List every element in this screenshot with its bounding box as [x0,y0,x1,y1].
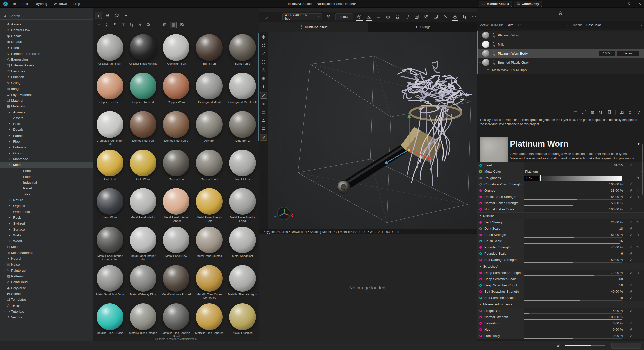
rotate-tool[interactable] [260,42,267,48]
material-item[interactable]: Burnt Iron 2 [226,33,259,71]
tree-item-meshmaterials[interactable]: ◫MeshMaterials [0,250,93,256]
caret-right-icon[interactable] [2,293,6,295]
caret-right-icon[interactable] [8,199,11,201]
property-row-brush-scale[interactable]: Brush Scale16 [477,238,644,244]
tree-item-fence[interactable]: Fence [0,168,93,173]
layer-expand-caret[interactable] [478,52,482,55]
slider-track[interactable] [524,313,622,314]
property-row-normal-flakes-strength[interactable]: Normal Flakes Strength50.00 % [477,200,644,206]
edit-pencil-icon[interactable] [630,239,633,242]
caret-right-icon[interactable] [2,47,6,49]
scale-tool[interactable] [260,51,267,57]
search-input[interactable] [9,14,85,18]
experimental-filter[interactable] [112,22,118,28]
slider-track[interactable] [524,300,622,301]
layer-mask-row-mesh-mask[interactable]: Mesh Mask100%Multiply [478,67,644,73]
material-item[interactable]: Dented Rust Iron [127,110,160,148]
tree-item-grunge[interactable]: ∿Grunge [0,80,93,86]
material-item[interactable]: Corrugated Metal Soft [226,71,259,110]
paint-roller-tool[interactable] [260,134,267,141]
tree-item-material[interactable]: ❐Material [0,98,93,103]
layer-row-platinum-worn-body[interactable]: 1Platinum Worn Body100%Default [478,49,644,58]
material-item[interactable]: Greasy Iron [160,148,193,187]
edit-pencil-icon[interactable] [630,290,633,293]
caret-right-icon[interactable] [2,35,6,37]
property-row-pounded-scale[interactable]: Pounded Scale6 [477,250,644,257]
revert-icon[interactable] [636,189,639,192]
tree-item-decals[interactable]: ◉Decals [0,33,93,39]
node-graph-button[interactable] [442,13,448,21]
slider-track[interactable] [524,294,622,294]
user-account-chip[interactable]: Manuel Kotulla [479,1,512,7]
material-item[interactable]: Air Duct Aluminium [93,33,127,71]
tree-item-scene[interactable]: ◩Scene [0,291,93,297]
edit-pencil-icon[interactable] [630,277,633,280]
property-row-metal-color[interactable]: Metal ColorPlatinum▾ [477,168,644,175]
edit-pencil-icon[interactable] [630,195,633,198]
layer-expand-caret[interactable] [478,34,482,36]
property-row-saturation[interactable]: Saturation0.00 % [477,320,644,326]
tree-item-wood[interactable]: Wood [0,238,93,244]
tree-item-panel[interactable]: Panel [0,185,93,191]
image-view-pane[interactable]: No image loaded. [259,234,477,341]
tree-item-neural[interactable]: ◔Neural [0,256,93,261]
view-3d-toggle[interactable] [356,13,363,21]
move-tool[interactable] [260,34,267,40]
caret-right-icon[interactable] [2,263,6,266]
menu-item-layering[interactable]: Layering [34,2,47,6]
slider-track[interactable] [524,187,622,187]
merge-up-button[interactable] [628,110,632,114]
material-item[interactable]: Copper Worn [160,71,193,110]
property-row-deep-scratches-scale[interactable]: Deep Scratches Scale0.00 [477,276,644,282]
menu-item-edit[interactable]: Edit [22,2,28,6]
materials-scrollbar[interactable] [258,33,259,141]
edit-pencil-icon[interactable] [630,296,633,299]
property-row-pounded-strength[interactable]: Pounded Strength44.00 % [477,244,644,250]
edit-pencil-icon[interactable] [630,245,633,249]
cone-tool[interactable] [260,117,267,123]
tree-item-noise[interactable]: ▒Noise [0,261,93,267]
property-row-soft-scratches-scale[interactable]: Soft Scratches Scale19 [477,295,644,301]
property-value[interactable]: 50.00 % [611,200,623,206]
tree-item-layermaterials[interactable]: ≋LayerMaterials [0,92,93,98]
slider-track[interactable] [524,256,622,256]
tree-item-decals[interactable]: Decals [0,127,93,133]
edit-pencil-icon[interactable] [630,201,633,204]
tab-nudelpainter[interactable]: Nudelpainter* [259,22,368,32]
frame-tool[interactable] [260,59,267,65]
link-layer-button[interactable] [582,110,586,114]
tree-item-assets[interactable]: Assets [0,115,93,121]
tree-item-nature[interactable]: Nature [0,197,93,203]
property-value[interactable]: 72.00 % [611,270,623,276]
tree-item-function[interactable]: ƒFunction [0,74,93,80]
bake-button[interactable] [414,13,420,21]
property-value[interactable]: 61655 [614,162,623,168]
gradient-marker[interactable] [540,175,541,181]
caret-down-icon[interactable] [8,164,11,166]
tree-item-organic[interactable]: Organic [0,203,93,209]
property-row-luminosity[interactable]: Luminosity0.00 % [477,333,644,339]
material-item[interactable]: Metallic Tiles Spanish Bond [160,302,193,340]
caret-right-icon[interactable] [8,152,11,154]
layer-row-platinum-worn[interactable]: 1Platinum Worn [478,31,644,40]
property-row-soft-damage-strength[interactable]: Soft Damage Strength50.00 % [477,257,644,263]
property-value[interactable]: 51.00 % [611,232,623,238]
slider-track[interactable] [524,288,622,288]
slider-track[interactable] [524,320,622,320]
tree-item-stylized[interactable]: Stylized [0,221,93,226]
slider-track[interactable] [524,332,622,332]
crop-layer-button[interactable] [574,110,578,114]
material-item[interactable]: Metal Walkway Rusted [160,264,193,302]
caret-right-icon[interactable] [8,240,11,242]
slider-track[interactable] [524,237,622,238]
footer-input-field[interactable] [611,343,641,349]
caret-right-icon[interactable] [2,310,6,313]
property-row-deep-scratches-strength[interactable]: Deep Scratches Strength72.00 % [477,270,644,276]
material-item[interactable]: Metal Panel Interior Lead [226,187,259,225]
material-item[interactable]: Metallic Tiles Cubes Isometrics [193,264,226,302]
community-chip[interactable]: Community [514,1,542,7]
save-button[interactable] [394,13,400,21]
caret-right-icon[interactable] [2,298,6,301]
seed-icon[interactable] [326,13,332,21]
property-row-soft-scratches-strength[interactable]: Soft Scratches Strength40.00 % [477,288,644,295]
